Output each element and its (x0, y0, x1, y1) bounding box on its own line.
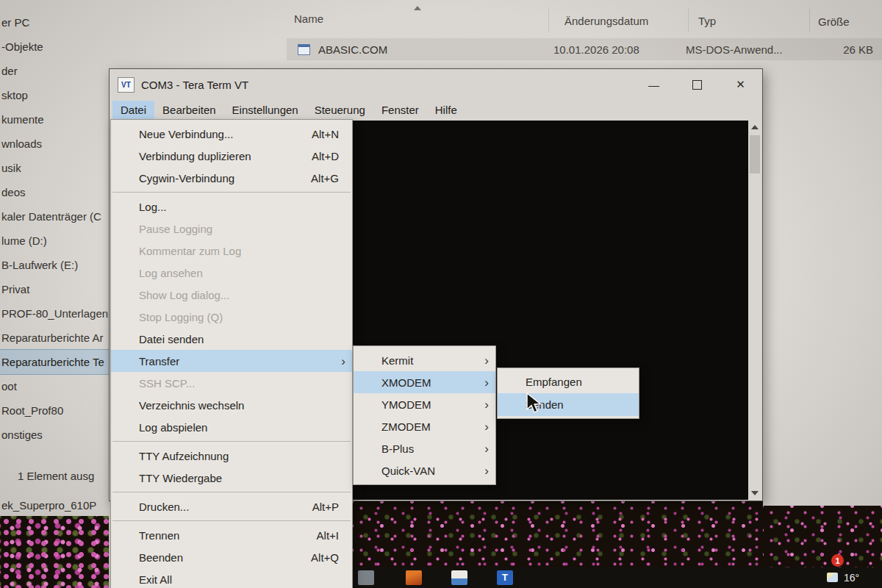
menubar-item-datei[interactable]: Datei (112, 101, 154, 119)
submenu-arrow-icon: › (484, 442, 489, 455)
menu-separator (112, 192, 351, 193)
taskbar-app-icon[interactable] (358, 570, 374, 585)
transfer-submenu: Kermit› XMODEM› YMODEM› ZMODEM› B-Plus› … (353, 345, 496, 485)
menu-item-b-plus[interactable]: B-Plus› (354, 437, 495, 459)
menu-item-ymodem[interactable]: YMODEM› (354, 393, 495, 415)
scroll-up-icon[interactable] (748, 121, 761, 134)
sidebar-item-this-pc[interactable]: er PC (0, 10, 109, 35)
menu-item-xmodem[interactable]: XMODEM› (354, 371, 495, 393)
close-button[interactable]: ✕ (719, 69, 762, 100)
menu-item-drucken[interactable]: Drucken...Alt+P (111, 495, 352, 517)
sidebar-item-desktop[interactable]: sktop (0, 83, 109, 107)
file-type: MS-DOS-Anwend... (686, 43, 803, 56)
xmodem-submenu: Empfangen Senden (497, 368, 639, 419)
submenu-arrow-icon: › (341, 355, 345, 368)
minimize-icon: — (648, 79, 659, 91)
menu-item-transfer[interactable]: Transfer› (111, 350, 352, 372)
menu-item-verzeichnis-wechseln[interactable]: Verzeichnis wechseln (111, 394, 352, 416)
menu-item-neue-verbindung[interactable]: Neue Verbindung...Alt+N (111, 123, 352, 145)
sidebar-item-sonstiges[interactable]: onstiges (0, 423, 109, 447)
sidebar-item-music[interactable]: usik (0, 156, 109, 180)
statusbar-selection-text: 1 Element ausg (18, 470, 94, 482)
desktop-wallpaper (0, 516, 109, 588)
menu-item-beenden[interactable]: BeendenAlt+Q (111, 546, 352, 568)
sidebar-item-reparaturberichte-te-selected[interactable]: Reparaturberichte Te (0, 350, 109, 374)
menubar-item-einstellungen[interactable]: Einstellungen (224, 101, 306, 119)
sidebar-item-usb-drive-e[interactable]: B-Laufwerk (E:) (0, 253, 109, 277)
sidebar-item-reparaturberichte-ar[interactable]: Reparaturberichte Ar (0, 326, 109, 350)
menu-item-empfangen[interactable]: Empfangen (498, 370, 639, 393)
sidebar-item-videos[interactable]: deos (0, 180, 109, 204)
explorer-sidebar: er PC -Objekte der sktop kumente wnloads… (0, 10, 109, 447)
menubar-item-bearbeiten[interactable]: Bearbeiten (154, 101, 224, 119)
sidebar-item-3d-objects[interactable]: -Objekte (0, 35, 109, 59)
menu-item-exit-all[interactable]: Exit All (111, 568, 352, 588)
minimize-button[interactable]: — (632, 69, 675, 100)
menu-item-tty-wiedergabe[interactable]: TTY Wiedergabe (111, 467, 352, 489)
background-filename-text: ek_Superpro_610P (1, 499, 96, 512)
submenu-arrow-icon: › (484, 398, 489, 411)
file-row[interactable]: ABASIC.COM 10.01.2026 20:08 MS-DOS-Anwen… (287, 38, 882, 60)
menubar-item-steuerung[interactable]: Steuerung (306, 101, 373, 119)
submenu-arrow-icon: › (484, 420, 489, 433)
column-header-size[interactable]: Größe (818, 15, 850, 28)
menu-item-log[interactable]: Log... (111, 196, 352, 218)
file-name: ABASIC.COM (318, 43, 553, 56)
menu-item-quick-van[interactable]: Quick-VAN› (354, 459, 495, 481)
file-size: 26 KB (803, 43, 873, 56)
taskbar-temperature[interactable]: 16° (844, 572, 859, 584)
notification-badge[interactable]: 1 (831, 554, 844, 567)
sort-ascending-icon (414, 6, 421, 10)
column-header-type[interactable]: Typ (698, 15, 716, 27)
submenu-arrow-icon: › (484, 376, 489, 389)
menu-item-log-abspielen[interactable]: Log abspielen (111, 416, 352, 438)
menu-item-verbindung-duplizieren[interactable]: Verbindung duplizierenAlt+D (111, 145, 352, 167)
menu-item-senden[interactable]: Senden (498, 393, 639, 416)
teraterm-titlebar[interactable]: VT COM3 - Tera Term VT — ✕ (110, 69, 762, 100)
sidebar-item-volume-d[interactable]: lume (D:) (0, 229, 109, 253)
column-header-date[interactable]: Änderungsdatum (564, 15, 648, 27)
menu-item-datei-senden[interactable]: Datei senden (111, 328, 352, 350)
menu-separator (112, 492, 351, 492)
column-header-name[interactable]: Name (294, 12, 323, 25)
close-icon: ✕ (736, 78, 745, 91)
menubar-item-hilfe[interactable]: Hilfe (427, 101, 465, 119)
menu-separator (112, 520, 351, 521)
menu-item-cygwin-verbindung[interactable]: Cygwin-VerbindungAlt+G (111, 167, 352, 189)
menu-item-pause-logging: Pause Logging (111, 218, 352, 240)
sidebar-item-local-disk-c[interactable]: kaler Datenträger (C (0, 204, 109, 229)
column-divider (809, 9, 810, 32)
sidebar-item-root-prof80[interactable]: Root_Prof80 (0, 398, 109, 423)
sidebar-item-documents[interactable]: kumente (0, 107, 109, 132)
sidebar-item-privat[interactable]: Privat (0, 277, 109, 301)
sidebar-item-root[interactable]: oot (0, 374, 109, 398)
menu-item-kermit[interactable]: Kermit› (354, 349, 495, 371)
ms-dos-file-icon (298, 44, 310, 55)
menubar-item-fenster[interactable]: Fenster (373, 101, 427, 119)
menu-item-show-log-dialog: Show Log dialog... (111, 284, 352, 306)
teraterm-vt-icon: VT (118, 77, 135, 93)
menu-item-trennen[interactable]: TrennenAlt+I (111, 524, 352, 546)
desktop-wallpaper (353, 501, 763, 569)
file-date: 10.01.2026 20:08 (553, 43, 686, 56)
weather-icon[interactable] (827, 573, 838, 582)
taskbar-app-icon[interactable] (451, 570, 467, 585)
submenu-arrow-icon: › (484, 465, 489, 477)
taskbar-teraterm-icon[interactable]: T (497, 570, 513, 585)
sidebar-item-downloads[interactable]: wnloads (0, 132, 109, 156)
taskbar-app-icon[interactable] (406, 570, 422, 585)
menu-item-kommentar-zum-log: Kommentar zum Log (111, 240, 352, 262)
menu-separator (112, 441, 351, 442)
scrollbar-thumb[interactable] (750, 135, 760, 173)
maximize-button[interactable] (675, 69, 719, 100)
column-divider (688, 9, 689, 32)
menu-item-zmodem[interactable]: ZMODEM› (354, 415, 495, 437)
window-title: COM3 - Tera Term VT (141, 79, 632, 91)
scroll-down-icon[interactable] (748, 487, 761, 500)
menu-item-tty-aufzeichnung[interactable]: TTY Aufzeichnung (111, 445, 352, 467)
menu-item-stop-logging: Stop Logging (Q) (111, 306, 352, 328)
submenu-arrow-icon: › (484, 354, 489, 367)
sidebar-item-pictures[interactable]: der (0, 59, 109, 83)
terminal-scrollbar[interactable] (748, 121, 761, 500)
sidebar-item-prof80-unterlagen[interactable]: PROF-80_Unterlagen (0, 301, 109, 326)
